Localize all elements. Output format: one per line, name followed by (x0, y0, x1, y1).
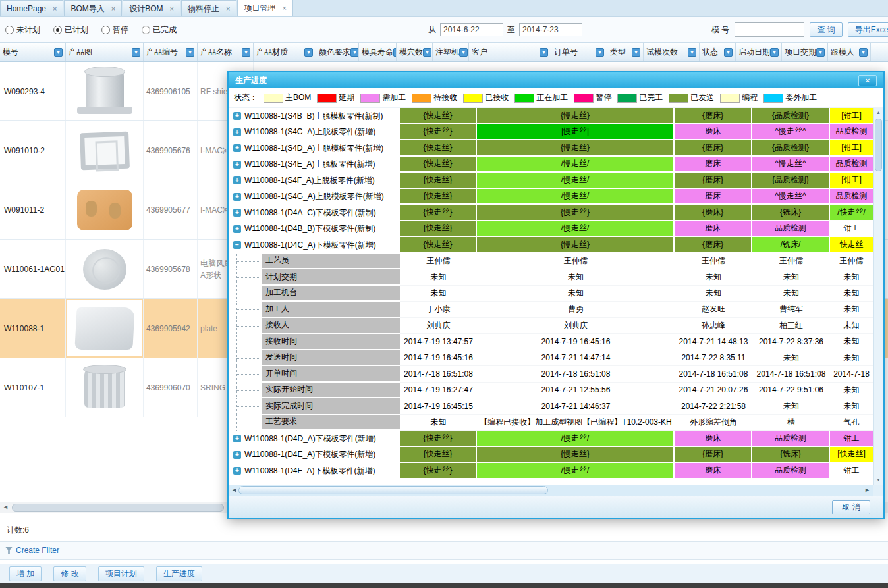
cancel-button[interactable]: 取 消 (832, 500, 870, 514)
column-header[interactable]: 类型 ▼ (607, 43, 644, 61)
expand-icon[interactable]: − (233, 241, 241, 249)
tab[interactable]: BOM导入 × (64, 0, 122, 16)
scroll-up-icon[interactable]: ▲ (874, 108, 883, 117)
process-tree-row[interactable]: + W110088-1(D4A_C)下模板零件(新制) {快走丝} {慢走丝} … (229, 205, 873, 221)
scroll-right-icon[interactable]: ► (864, 485, 870, 495)
process-tree-row[interactable]: + W110088-1(D4D_A)下模板零件(新增) {快走丝} /慢走丝/ … (229, 431, 873, 447)
column-header[interactable]: 注塑机 ▼ (433, 43, 469, 61)
mold-no-input[interactable] (735, 22, 804, 37)
tab[interactable]: 设计BOM × (123, 0, 180, 16)
detail-value: 未知 (675, 269, 752, 286)
dialog-title-bar[interactable]: 生产进度 ✕ (229, 72, 883, 88)
process-tree-row[interactable]: + W110088-1(S4C_A)上脱板零件(新增) {快走丝} |慢走丝| … (229, 124, 873, 141)
date-to-input[interactable] (519, 23, 582, 36)
column-header[interactable]: 产品图 ▼ (66, 43, 144, 61)
expand-icon[interactable]: + (233, 193, 241, 201)
process-tree-row[interactable]: + W110088-1(D4E_A)下模板零件(新增) {快走丝} {慢走丝} … (229, 447, 873, 464)
scroll-left-icon[interactable]: ◄ (3, 504, 9, 510)
tab[interactable]: HomePage × (0, 0, 63, 16)
close-icon[interactable]: ✕ (858, 75, 877, 86)
column-header[interactable]: 客户 ▼ (469, 43, 551, 61)
process-tree-row[interactable]: + W110088-1(S4E_A)上脱板零件(新增) {快走丝} /慢走丝/ … (229, 157, 873, 173)
column-header[interactable]: 产品编号 ▼ (144, 43, 198, 61)
column-filter-icon[interactable]: ▼ (632, 48, 640, 57)
toolbar-button[interactable]: 增 加 (9, 566, 42, 581)
column-header[interactable]: 产品材质 ▼ (254, 43, 316, 61)
expand-icon[interactable]: + (233, 467, 241, 475)
toolbar-button[interactable]: 项目计划 (98, 566, 144, 581)
column-header[interactable]: 产品名称 ▼ (198, 43, 254, 61)
process-tree-row[interactable]: − W110088-1(D4C_A)下模板零件(新增) {快走丝} {慢走丝} … (229, 237, 873, 254)
scrollbar-thumb[interactable] (875, 119, 882, 171)
expand-icon[interactable]: + (233, 144, 241, 152)
column-filter-icon[interactable]: ▼ (242, 48, 250, 57)
tab[interactable]: 项目管理 × (237, 0, 292, 16)
process-tree-row[interactable]: + W110088-1(S4D_A)上脱模板零件(新增) {快走丝} {慢走丝}… (229, 140, 873, 157)
tab-close-icon[interactable]: × (111, 5, 115, 13)
tab-close-icon[interactable]: × (226, 5, 230, 13)
column-filter-icon[interactable]: ▼ (724, 48, 733, 57)
process-tree-row[interactable]: + W110088-1(S4F_A)上脱板零件(新增) {快走丝} /慢走丝/ … (229, 173, 873, 189)
tab-close-icon[interactable]: × (170, 5, 174, 13)
status-radio[interactable]: 暂停 (101, 24, 128, 36)
column-filter-icon[interactable]: ▼ (304, 48, 313, 57)
expand-icon[interactable]: + (233, 176, 241, 184)
column-filter-icon[interactable]: ▼ (688, 48, 696, 57)
column-header[interactable]: 订单号 ▼ (551, 43, 607, 61)
column-filter-icon[interactable]: ▼ (459, 48, 468, 57)
tab[interactable]: 物料停止 × (181, 0, 236, 16)
column-filter-icon[interactable]: ▼ (132, 48, 140, 57)
expand-icon[interactable]: + (233, 435, 241, 442)
column-header[interactable]: 颜色要求 ▼ (316, 43, 359, 61)
toolbar-button[interactable]: 生产进度 (156, 566, 202, 581)
process-tree-row[interactable]: + W110088-1(D4F_A)下模板零件(新增) {快走丝} /慢走丝/ … (229, 463, 873, 479)
process-tree-row[interactable]: + W110088-1(D4B_B)下模板零件(新制) {快走丝} /慢走丝/ … (229, 221, 873, 238)
radio-icon[interactable] (53, 26, 62, 34)
column-header[interactable]: 状态 ▼ (700, 43, 736, 61)
column-header[interactable]: 跟模人 ▼ (828, 43, 871, 61)
column-header[interactable]: 模穴数 ▼ (397, 43, 433, 61)
process-tree-row[interactable]: + W110088-1(S4B_B)上脱模板零件(新制) {快走丝} {慢走丝}… (229, 108, 873, 124)
scrollbar-thumb[interactable] (12, 504, 224, 512)
expand-icon[interactable]: + (233, 451, 241, 459)
tab-close-icon[interactable]: × (282, 5, 286, 12)
status-radio[interactable]: 已完成 (142, 24, 177, 36)
export-excel-button[interactable]: 导出Excel (848, 22, 888, 37)
column-filter-icon[interactable]: ▼ (540, 48, 548, 57)
expand-icon[interactable]: + (233, 225, 241, 233)
expand-icon[interactable]: + (233, 112, 241, 120)
expand-icon[interactable]: + (233, 128, 241, 136)
column-header[interactable]: 项目交期 ▼ (782, 43, 828, 61)
create-filter-link[interactable]: Create Filter (16, 546, 59, 555)
date-from-input[interactable] (440, 23, 503, 36)
column-header[interactable]: 试模次数 ▼ (644, 43, 700, 61)
tab-close-icon[interactable]: × (53, 5, 57, 13)
column-filter-icon[interactable]: ▼ (423, 48, 431, 57)
column-filter-icon[interactable]: ▼ (816, 48, 825, 57)
column-filter-icon[interactable]: ▼ (596, 48, 604, 57)
dialog-vertical-scrollbar[interactable]: ▲ ▼ (873, 108, 883, 485)
expand-icon[interactable]: + (233, 209, 241, 217)
column-filter-icon[interactable]: ▼ (54, 48, 63, 57)
search-button[interactable]: 查 询 (810, 22, 842, 37)
column-filter-icon[interactable]: ▼ (770, 48, 779, 57)
column-filter-icon[interactable]: ▼ (859, 48, 868, 57)
column-header[interactable]: 模号 ▼ (0, 43, 66, 61)
process-tree-row[interactable]: + W110088-1(S4G_A)上脱模板零件(新增) {快走丝} /慢走丝/… (229, 189, 873, 205)
scrollbar-thumb[interactable] (238, 486, 548, 494)
dialog-horizontal-scrollbar[interactable]: ◄ ► (229, 485, 873, 496)
scroll-down-icon[interactable]: ▼ (874, 475, 883, 485)
column-header[interactable]: 启动日期 ▼ (736, 43, 782, 61)
column-filter-icon[interactable]: ▼ (350, 48, 359, 57)
scroll-left-icon[interactable]: ◄ (231, 485, 237, 495)
status-radio[interactable]: 已计划 (53, 24, 88, 36)
toolbar-button[interactable]: 修 改 (53, 566, 86, 581)
expand-icon[interactable]: + (233, 161, 241, 169)
radio-icon[interactable] (142, 26, 150, 34)
detail-value: 未知 (400, 415, 477, 431)
radio-icon[interactable] (5, 26, 14, 34)
status-radio[interactable]: 未计划 (5, 24, 40, 36)
column-header[interactable]: 模具寿命 ▼ (359, 43, 397, 61)
radio-icon[interactable] (101, 26, 110, 34)
column-filter-icon[interactable]: ▼ (186, 48, 194, 57)
